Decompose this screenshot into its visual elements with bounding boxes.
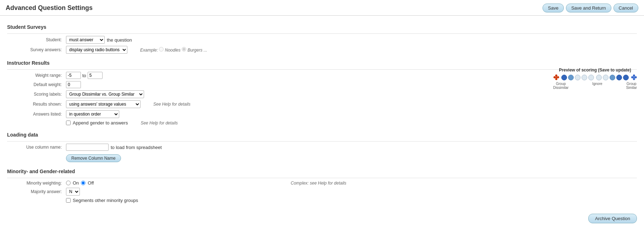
- cancel-button[interactable]: Cancel: [613, 4, 638, 12]
- results-shown-label: Results shown:: [7, 102, 64, 107]
- student-row: Student: must answer may answer cannot a…: [7, 36, 637, 44]
- results-shown-help: See Help for details: [153, 102, 191, 107]
- page-content: Student Surveys Student: must answer may…: [0, 16, 644, 212]
- minority-weighting-label: Minority weighting:: [7, 181, 64, 186]
- example-burgers: Burgers: [187, 48, 202, 53]
- column-name-input[interactable]: [66, 144, 109, 151]
- dot-6: [596, 75, 602, 80]
- segments-row: Segments other minority groups: [7, 198, 138, 203]
- label-group-similar: GroupSimilar: [626, 82, 637, 90]
- remove-column-button[interactable]: Remove Column Name: [66, 154, 121, 162]
- weight-range-inputs: to: [66, 72, 103, 79]
- preview-title: Preview of scoring (Save to update): [553, 68, 637, 73]
- append-gender-row: Append gender to answers See Help for de…: [7, 120, 637, 126]
- complex-help-area: Complex: see Help for details: [280, 180, 346, 186]
- dot-8: [610, 75, 615, 80]
- segments-label: Segments other minority groups: [73, 198, 138, 203]
- survey-answers-label: Survey answers:: [7, 47, 64, 52]
- scoring-labels-row: GroupDissimilar Ignore GroupSimilar: [553, 82, 637, 90]
- example-label: Example:: [140, 48, 158, 53]
- default-weight-row: Default weight:: [7, 81, 637, 88]
- save-button[interactable]: Save: [543, 4, 564, 12]
- default-weight-label: Default weight:: [7, 82, 64, 87]
- segments-checkbox[interactable]: [66, 198, 71, 203]
- column-suffix: to load from spreadsheet: [111, 145, 162, 150]
- dot-9: [616, 75, 622, 80]
- dot-5: [588, 75, 594, 80]
- label-group-dissimilar: GroupDissimilar: [553, 82, 568, 90]
- results-shown-select[interactable]: using answers' storage values using answ…: [66, 100, 141, 108]
- answers-listed-row: Answers listed: in question order alphab…: [7, 110, 637, 118]
- group-dissimilar-icon: ✤: [553, 74, 559, 81]
- scoring-labels-row-form: Scoring labels: Group Dissimilar vs. Gro…: [7, 90, 637, 98]
- scoring-labels-select[interactable]: Group Dissimilar vs. Group Similar Optio…: [66, 90, 144, 98]
- answers-listed-select[interactable]: in question order alphabetically: [66, 110, 119, 118]
- use-column-label: Use column name:: [7, 145, 64, 150]
- minority-gender-section-title: Minority- and Gender-related: [7, 169, 637, 174]
- dot-10: [623, 75, 629, 80]
- student-select[interactable]: must answer may answer cannot answer: [66, 36, 105, 44]
- weight-from-input[interactable]: [66, 72, 81, 79]
- remove-column-row: Remove Column Name: [7, 153, 637, 162]
- append-gender-label: Append gender to answers: [73, 120, 128, 126]
- weight-range-label: Weight range:: [7, 73, 64, 78]
- dot-row-right: [596, 75, 629, 80]
- group-similar-icon: ✤: [631, 74, 637, 81]
- minority-off-label: Off: [88, 180, 94, 186]
- minority-gender-area: Minority weighting: On Off Majority answ…: [7, 180, 637, 205]
- scoring-labels-label: Scoring labels:: [7, 92, 64, 97]
- example-radio-noodles: [159, 47, 164, 52]
- minority-weighting-row: Minority weighting: On Off: [7, 180, 138, 186]
- minority-gender-fields: Minority weighting: On Off Majority answ…: [7, 180, 138, 205]
- student-suffix: the question: [107, 37, 132, 43]
- example-radio-burgers: [182, 47, 186, 52]
- divider-1: [7, 33, 637, 34]
- weight-range-row: Weight range: to: [7, 72, 637, 79]
- minority-on-radio[interactable]: [66, 181, 71, 185]
- divider-4: [7, 178, 637, 178]
- student-label: Student:: [7, 37, 64, 42]
- append-gender-help: See Help for details: [141, 121, 178, 126]
- archive-question-button[interactable]: Archive Question: [588, 214, 637, 223]
- instructor-results-section-title: Instructor Results: [7, 60, 637, 66]
- student-surveys-section-title: Student Surveys: [7, 24, 637, 30]
- label-ignore: Ignore: [592, 82, 602, 90]
- divider-2: [7, 69, 637, 70]
- dot-1: [561, 75, 567, 80]
- majority-answer-label: Majority answer:: [7, 189, 64, 194]
- scoring-bar: ✤ ✤: [553, 74, 637, 81]
- example-noodles: Noodles: [165, 48, 181, 53]
- append-gender-checkbox[interactable]: [66, 121, 71, 125]
- minority-off-radio[interactable]: [81, 181, 86, 185]
- preview-section: Preview of scoring (Save to update) ✤ ✤ …: [553, 68, 637, 90]
- default-weight-input[interactable]: [66, 81, 81, 88]
- page-header: Advanced Question Settings Save Save and…: [0, 0, 644, 16]
- dot-4: [582, 75, 587, 80]
- header-buttons: Save Save and Return Cancel: [543, 4, 638, 12]
- weight-to-input[interactable]: [88, 72, 103, 79]
- minority-on-label: On: [73, 180, 79, 186]
- results-shown-row: Results shown: using answers' storage va…: [7, 100, 637, 108]
- to-label: to: [82, 73, 86, 78]
- dot-2: [568, 75, 574, 80]
- majority-answer-select[interactable]: N Y: [66, 188, 80, 196]
- use-column-row: Use column name: to load from spreadshee…: [7, 144, 637, 151]
- answers-listed-label: Answers listed:: [7, 112, 64, 117]
- dot-row-left: [561, 75, 594, 80]
- example-suffix: ...: [204, 48, 207, 53]
- majority-answer-row: Majority answer: N Y: [7, 188, 138, 196]
- survey-answers-row: Survey answers: display using radio butt…: [7, 46, 637, 54]
- complex-help: Complex: see Help for details: [291, 181, 346, 186]
- dot-3: [575, 75, 580, 80]
- page-title: Advanced Question Settings: [6, 4, 93, 12]
- save-return-button[interactable]: Save and Return: [566, 4, 611, 12]
- survey-answers-select[interactable]: display using radio buttons display usin…: [66, 46, 127, 54]
- loading-data-section-title: Loading data: [7, 132, 637, 138]
- example-area: Example: Noodles Burgers ...: [140, 47, 207, 53]
- divider-3: [7, 141, 637, 142]
- dot-7: [603, 75, 609, 80]
